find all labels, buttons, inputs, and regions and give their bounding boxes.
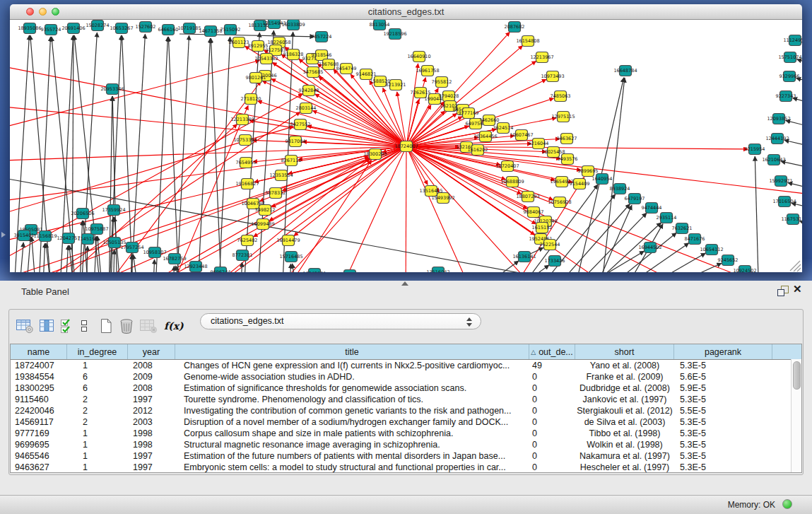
table-cell[interactable]: 1 xyxy=(67,428,128,439)
table-cell[interactable]: 49 xyxy=(529,360,575,371)
graph-node[interactable]: 9493576 xyxy=(558,154,578,165)
table-row[interactable]: 946362711997Embryonic stem cells: a mode… xyxy=(11,462,801,473)
graph-node[interactable]: 20691406 xyxy=(61,23,85,34)
table-cell[interactable]: 9465546 xyxy=(11,450,67,462)
graph-node[interactable]: 8813054 xyxy=(370,20,390,30)
graph-node[interactable]: 9245012 xyxy=(340,270,360,273)
graph-node[interactable]: 16914479 xyxy=(276,235,300,246)
graph-node[interactable]: 8454749 xyxy=(336,64,357,74)
graph-node[interactable]: 2087682 xyxy=(505,22,525,33)
graph-node[interactable]: 9696244 xyxy=(211,267,231,273)
graph-node[interactable]: 15751074 xyxy=(778,52,801,63)
table-cell[interactable]: 0 xyxy=(529,371,575,382)
graph-node[interactable]: 10607467 xyxy=(510,130,533,141)
table-cell[interactable]: 0 xyxy=(529,439,575,450)
graph-node[interactable]: 2935114 xyxy=(657,213,677,223)
graph-node[interactable]: 16033809 xyxy=(281,20,305,30)
table-cell[interactable]: Nakamura et al. (1997) xyxy=(575,450,674,462)
table-cell[interactable]: 2008 xyxy=(128,360,175,371)
table-cell[interactable]: Estimation of the future numbers of pati… xyxy=(175,450,529,462)
table-cell[interactable]: 5.3E-5 xyxy=(674,450,772,462)
table-cell[interactable]: 9115460 xyxy=(11,394,67,405)
table-cell[interactable]: 19384554 xyxy=(11,371,67,382)
graph-node[interactable]: 7515092 xyxy=(220,25,241,35)
table-cell[interactable]: Stergiakouli et al. (2012) xyxy=(575,405,674,416)
table-cell[interactable]: Tourette syndrome. Phenomenology and cla… xyxy=(175,394,529,405)
table-cell[interactable]: 0 xyxy=(529,428,575,439)
table-cell[interactable]: 5.3E-5 xyxy=(674,360,772,371)
column-header-year[interactable]: year xyxy=(128,344,175,359)
table-cell[interactable]: Hescheler et al. (1997) xyxy=(575,462,674,473)
table-cell[interactable]: Changes of HCN gene expression and I(f) … xyxy=(175,360,529,371)
graph-node[interactable]: 6466160 xyxy=(158,25,179,35)
graph-node[interactable]: 10756928 xyxy=(548,197,571,208)
graph-node[interactable]: 12353554 xyxy=(269,170,293,181)
graph-node[interactable]: 12093852 xyxy=(767,114,790,124)
sidebar-collapse-arrow-icon[interactable] xyxy=(1,232,6,238)
table-cell[interactable]: Estimation of significance thresholds fo… xyxy=(175,382,529,394)
canvas-resize-grip[interactable] xyxy=(790,261,801,271)
table-cell[interactable]: 2008 xyxy=(128,382,175,394)
table-select-dropdown[interactable]: citations_edges.txt xyxy=(200,313,481,329)
graph-node[interactable]: 12444192 xyxy=(765,134,789,144)
table-cell[interactable]: Corpus callosum shape and size in male p… xyxy=(175,428,529,439)
graph-node[interactable]: 18935086 xyxy=(18,23,41,34)
graph-node[interactable]: 2718120 xyxy=(241,94,261,105)
graph-node[interactable]: 7857224 xyxy=(312,32,332,42)
table-cell[interactable]: 18300295 xyxy=(11,382,67,394)
graph-node[interactable]: 12975115 xyxy=(551,112,575,122)
table-cell[interactable]: 2003 xyxy=(128,416,175,428)
column-header-out-de-[interactable]: △out_de... xyxy=(529,344,575,359)
table-cell[interactable]: Franke et al. (2009) xyxy=(575,371,674,382)
table-cell[interactable]: 5.3E-5 xyxy=(674,462,772,473)
row-height-icon[interactable] xyxy=(79,318,89,334)
graph-node[interactable]: 19218596 xyxy=(383,29,406,40)
graph-node[interactable]: 8601123 xyxy=(229,37,249,48)
table-cell[interactable]: 5.5E-5 xyxy=(674,405,772,416)
table-cell[interactable]: Investigating the contribution of common… xyxy=(175,405,529,416)
network-window-titlebar[interactable]: citations_edges.txt xyxy=(10,4,802,20)
table-cell[interactable]: 5.9E-5 xyxy=(674,382,772,394)
table-cell[interactable]: 1997 xyxy=(128,462,175,473)
table-cell[interactable]: 0 xyxy=(529,450,575,462)
graph-node[interactable]: 8215954 xyxy=(745,144,765,155)
table-cell[interactable]: 1997 xyxy=(128,450,175,462)
network-canvas[interactable]: 1893508693557242069140615028274106532671… xyxy=(10,20,802,272)
table-row[interactable]: 2242004622012Investigating the contribut… xyxy=(11,405,801,416)
table-cell[interactable]: 5.3E-5 xyxy=(674,439,772,450)
table-cell[interactable]: 5.3E-5 xyxy=(674,416,772,428)
graph-node[interactable]: 2803144 xyxy=(296,103,317,114)
table-cell[interactable]: 1 xyxy=(67,439,128,450)
table-cell[interactable]: 1 xyxy=(67,462,128,473)
column-header-pagerank[interactable]: pagerank xyxy=(674,344,772,359)
table-cell[interactable]: 2009 xyxy=(128,371,175,382)
graph-node[interactable]: 12923448 xyxy=(184,262,207,272)
table-vertical-scrollbar[interactable] xyxy=(791,359,801,472)
column-header-title[interactable]: title xyxy=(175,344,529,359)
graph-node[interactable]: 9463627 xyxy=(557,134,577,144)
new-table-icon[interactable] xyxy=(98,317,114,334)
float-panel-icon[interactable] xyxy=(777,286,789,296)
table-cell[interactable]: 2 xyxy=(67,394,128,405)
graph-node[interactable]: 13516042 xyxy=(426,267,449,273)
graph-node[interactable]: 11675312 xyxy=(781,214,802,225)
table-cell[interactable]: 2 xyxy=(67,416,128,428)
table-row[interactable]: 969969511998Structural magnetic resonanc… xyxy=(11,439,801,450)
graph-node[interactable]: 17016504 xyxy=(772,197,796,207)
delete-rows-trash-icon[interactable] xyxy=(118,317,135,334)
table-cell[interactable]: Dudbridge et al. (2008) xyxy=(575,382,674,394)
table-cell[interactable]: Wolkin et al. (1998) xyxy=(575,439,674,450)
graph-node[interactable]: 5878332 xyxy=(266,188,286,199)
column-header-in-degree[interactable]: in_degree xyxy=(67,344,128,359)
graph-node[interactable]: 15028274 xyxy=(86,21,109,31)
table-cell[interactable]: 5.6E-5 xyxy=(674,371,772,382)
table-cell[interactable]: Disruption of a novel member of a sodium… xyxy=(175,416,529,428)
graph-node[interactable]: 16648784 xyxy=(613,66,637,76)
graph-node[interactable]: 10924502 xyxy=(733,266,756,273)
graph-node[interactable]: 9329966 xyxy=(779,71,800,82)
table-cell[interactable]: 0 xyxy=(529,394,575,405)
table-cell[interactable]: Structural magnetic resonance image aver… xyxy=(175,439,529,450)
graph-node[interactable]: 16210643 xyxy=(762,155,785,165)
table-cell[interactable]: 14569117 xyxy=(11,416,67,428)
table-cell[interactable]: 6 xyxy=(67,382,128,394)
